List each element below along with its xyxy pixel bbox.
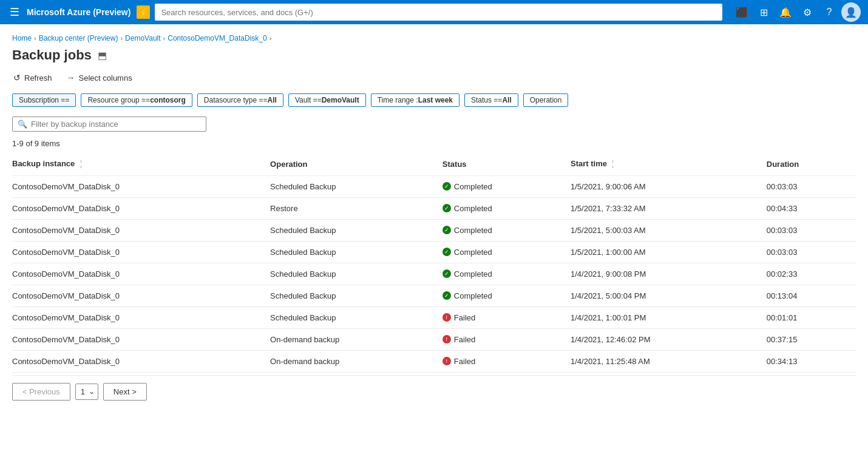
filter-chip-5[interactable]: Status == All	[464, 93, 518, 107]
refresh-button[interactable]: ↺ Refresh	[12, 70, 53, 85]
cell-duration: 00:37:15	[767, 328, 856, 350]
table-row[interactable]: ContosoDemoVM_DataDisk_0 Restore ✓Comple…	[12, 197, 856, 219]
col-status: Status	[442, 153, 571, 175]
filter-chip-0[interactable]: Subscription ==	[12, 93, 76, 107]
cell-backup-instance: ContosoDemoVM_DataDisk_0	[12, 306, 270, 328]
cell-start-time: 1/5/2021, 9:00:06 AM	[571, 175, 767, 197]
breadcrumb-home[interactable]: Home	[12, 34, 32, 42]
table-row[interactable]: ContosoDemoVM_DataDisk_0 On-demand backu…	[12, 350, 856, 372]
select-columns-button[interactable]: → Select columns	[66, 70, 134, 85]
main-content: Home › Backup center (Preview) › DemoVau…	[0, 24, 868, 460]
cell-operation: Scheduled Backup	[270, 263, 442, 285]
columns-icon: →	[67, 73, 75, 83]
table-row[interactable]: ContosoDemoVM_DataDisk_0 Scheduled Backu…	[12, 175, 856, 197]
app-title: Microsoft Azure (Preview)	[27, 7, 131, 17]
filter-chip-1[interactable]: Resource group == contosorg	[81, 93, 192, 107]
failed-icon: !	[442, 335, 451, 343]
pagination: < Previous 1 Next >	[12, 375, 856, 403]
cell-backup-instance: ContosoDemoVM_DataDisk_0	[12, 219, 270, 241]
failed-icon: !	[442, 357, 451, 365]
backup-jobs-table: Backup instance ↑↓ Operation Status Star…	[12, 153, 856, 373]
cell-backup-instance: ContosoDemoVM_DataDisk_0	[12, 328, 270, 350]
completed-icon: ✓	[442, 291, 451, 300]
items-count: 1-9 of 9 items	[12, 139, 856, 148]
cell-duration: 00:01:01	[767, 306, 856, 328]
table-row[interactable]: ContosoDemoVM_DataDisk_0 Scheduled Backu…	[12, 241, 856, 263]
cell-start-time: 1/4/2021, 12:46:02 PM	[571, 328, 767, 350]
completed-icon: ✓	[442, 269, 451, 278]
cell-status: !Failed	[442, 328, 571, 350]
col-duration: Duration	[767, 153, 856, 175]
breadcrumb-disk[interactable]: ContosoDemoVM_DataDisk_0	[168, 34, 266, 42]
cell-start-time: 1/5/2021, 1:00:00 AM	[571, 241, 767, 263]
user-avatar[interactable]: 👤	[841, 2, 861, 22]
table-row[interactable]: ContosoDemoVM_DataDisk_0 Scheduled Backu…	[12, 263, 856, 285]
open-in-new-icon[interactable]: ⬒	[98, 50, 107, 61]
filter-chip-3[interactable]: Vault == DemoVault	[288, 93, 366, 107]
breadcrumb-sep-1: ›	[34, 35, 36, 42]
page-select-wrap: 1	[75, 384, 98, 400]
cell-status: ✓Completed	[442, 175, 571, 197]
cell-duration: 00:13:04	[767, 285, 856, 306]
completed-icon: ✓	[442, 248, 451, 256]
cell-duration: 00:02:33	[767, 263, 856, 285]
breadcrumb: Home › Backup center (Preview) › DemoVau…	[12, 34, 856, 42]
toolbar: ↺ Refresh → Select columns	[12, 70, 856, 85]
dashboard-icon[interactable]: ⊞	[754, 2, 773, 22]
cell-status: ✓Completed	[442, 197, 571, 219]
cell-duration: 00:03:03	[767, 219, 856, 241]
page-select[interactable]: 1	[75, 384, 98, 400]
hamburger-icon[interactable]: ☰	[7, 3, 22, 21]
filter-chip-4[interactable]: Time range : Last week	[371, 93, 459, 107]
terminal-icon[interactable]: ⬛	[732, 2, 751, 22]
backup-instance-search-input[interactable]	[31, 120, 201, 129]
previous-button[interactable]: < Previous	[12, 383, 70, 401]
col-backup-instance[interactable]: Backup instance ↑↓	[12, 153, 270, 175]
cell-backup-instance: ContosoDemoVM_DataDisk_0	[12, 263, 270, 285]
cell-start-time: 1/4/2021, 5:00:04 PM	[571, 285, 767, 306]
sort-start-time-icon: ↑↓	[612, 160, 614, 169]
settings-icon[interactable]: ⚙	[798, 2, 817, 22]
cell-backup-instance: ContosoDemoVM_DataDisk_0	[12, 241, 270, 263]
next-button[interactable]: Next >	[103, 383, 147, 401]
search-box: 🔍	[12, 117, 206, 132]
cell-operation: Scheduled Backup	[270, 175, 442, 197]
filter-chip-2[interactable]: Datasource type == All	[197, 93, 283, 107]
table-row[interactable]: ContosoDemoVM_DataDisk_0 Scheduled Backu…	[12, 219, 856, 241]
completed-icon: ✓	[442, 226, 451, 234]
completed-icon: ✓	[442, 204, 451, 212]
breadcrumb-sep-2: ›	[120, 35, 123, 42]
global-search-input[interactable]	[155, 4, 722, 21]
refresh-icon: ↺	[13, 73, 21, 83]
cell-backup-instance: ContosoDemoVM_DataDisk_0	[12, 175, 270, 197]
cell-duration: 00:03:03	[767, 175, 856, 197]
filter-chip-6[interactable]: Operation	[523, 93, 569, 107]
cell-status: ✓Completed	[442, 241, 571, 263]
page-title: Backup jobs	[12, 47, 92, 63]
help-icon[interactable]: ?	[819, 2, 839, 22]
page-title-row: Backup jobs ⬒	[12, 47, 856, 63]
topbar-icons: ⬛ ⊞ 🔔 ⚙ ? 👤	[732, 2, 861, 22]
breadcrumb-demovault[interactable]: DemoVault	[125, 34, 160, 42]
breadcrumb-backup-center[interactable]: Backup center (Preview)	[39, 34, 118, 42]
cell-operation: On-demand backup	[270, 328, 442, 350]
table-row[interactable]: ContosoDemoVM_DataDisk_0 Scheduled Backu…	[12, 285, 856, 306]
cell-start-time: 1/5/2021, 7:33:32 AM	[571, 197, 767, 219]
search-icon: 🔍	[18, 120, 27, 129]
col-start-time[interactable]: Start time ↑↓	[571, 153, 767, 175]
cell-operation: Scheduled Backup	[270, 219, 442, 241]
table-header: Backup instance ↑↓ Operation Status Star…	[12, 153, 856, 175]
table-row[interactable]: ContosoDemoVM_DataDisk_0 Scheduled Backu…	[12, 306, 856, 328]
spark-icon[interactable]: ⚡	[137, 5, 150, 19]
table-row[interactable]: ContosoDemoVM_DataDisk_0 On-demand backu…	[12, 328, 856, 350]
cell-backup-instance: ContosoDemoVM_DataDisk_0	[12, 285, 270, 306]
notification-icon[interactable]: 🔔	[776, 2, 795, 22]
cell-start-time: 1/4/2021, 1:00:01 PM	[571, 306, 767, 328]
cell-duration: 00:03:03	[767, 241, 856, 263]
cell-status: !Failed	[442, 306, 571, 328]
cell-duration: 00:34:13	[767, 350, 856, 372]
cell-backup-instance: ContosoDemoVM_DataDisk_0	[12, 197, 270, 219]
cell-status: ✓Completed	[442, 219, 571, 241]
filter-row: Subscription == Resource group == contos…	[12, 93, 856, 107]
cell-operation: Scheduled Backup	[270, 306, 442, 328]
